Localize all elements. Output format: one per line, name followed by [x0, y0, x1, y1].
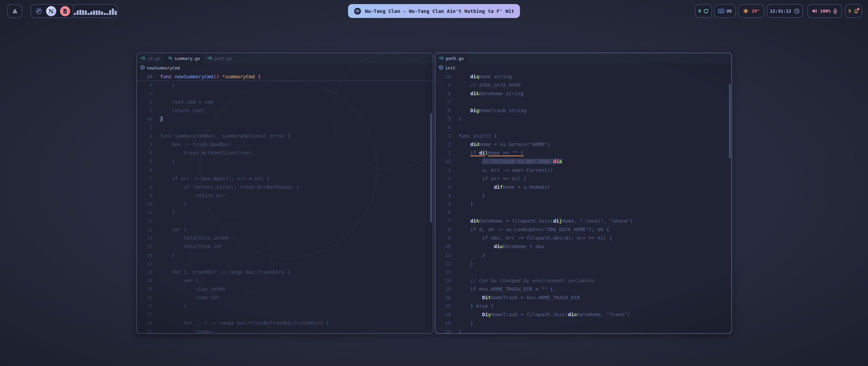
- line-number: 5: [137, 159, 153, 164]
- code-line[interactable]: 15 if env.HOME_TRASH_DIR ≠ "" {: [435, 285, 731, 293]
- code-line[interactable]: 8 if !errors.Is(err, trash.ErrNotFound) …: [137, 183, 433, 191]
- weather-widget[interactable]: 29°: [738, 4, 764, 18]
- line-number: 21: [137, 295, 153, 300]
- code-line[interactable]: 11 }: [435, 251, 731, 259]
- globe-icon: [36, 8, 42, 14]
- keyboard-layout-widget[interactable]: US: [714, 4, 736, 18]
- bell-icon: [853, 8, 859, 14]
- code-line[interactable]: 26 func newSummaryCmd() *summaryCmd {: [137, 72, 433, 81]
- code-line[interactable]: 12: [137, 217, 433, 225]
- code-line[interactable]: 10 diwDataHome = abs: [435, 242, 731, 251]
- code-line[interactable]: 5 ): [137, 157, 433, 166]
- code-line[interactable]: 14 totalSize int64: [137, 234, 433, 242]
- code-line[interactable]: 1: [137, 123, 433, 132]
- code-line[interactable]: 3 func init() {: [435, 132, 731, 140]
- editor-window-left[interactable]: rm.go summary.go path.go: [136, 53, 433, 334]
- code-line[interactable]: 13: [435, 268, 731, 276]
- line-number: 15: [137, 244, 153, 249]
- code-line[interactable]: 4 trash.WithGetSize(true),: [137, 149, 433, 157]
- code-text: difHome = u.HomeDir: [451, 184, 550, 190]
- code-line[interactable]: 11 }: [137, 208, 433, 217]
- code-line[interactable]: 16 DitHomeTrash = env.HOME_TRASH_DIR: [435, 293, 731, 302]
- code-line[interactable]: 7 if err := box.Open(); err ≠ nil {: [137, 174, 433, 183]
- code-line[interactable]: 20 }: [435, 327, 731, 334]
- code-text: }: [451, 193, 485, 198]
- code-line[interactable]: 18 DiyHomeTrash = filepath.Join(dioDataH…: [435, 310, 731, 319]
- editor-tab[interactable]: rm.go: [137, 53, 164, 63]
- code-line[interactable]: 2 root.cmd = cmd: [137, 98, 433, 106]
- code-line[interactable]: 19 var (: [137, 276, 433, 285]
- code-line[interactable]: 8 dikDataHome string: [435, 89, 731, 98]
- code-line[interactable]: 8 if d, ok := os.LookupEnv("XDG_DATA_HOM…: [435, 225, 731, 234]
- code-line[interactable]: 20 size int64: [137, 285, 433, 293]
- code-line[interactable]: 4 }: [137, 81, 433, 89]
- code-line[interactable]: 9 return err: [137, 191, 433, 200]
- editor-tab[interactable]: summary.go: [164, 53, 204, 63]
- code-line[interactable]: 46 }: [137, 115, 433, 123]
- tab-label: rm.go: [147, 56, 160, 61]
- code-line[interactable]: 2 didHome = os.Getenv("HOME"): [435, 140, 731, 149]
- updates-widget[interactable]: 9: [695, 4, 712, 18]
- code-line[interactable]: 19 }: [435, 319, 731, 327]
- now-playing-widget[interactable]: Wu-Tang Clan - Wu-Tang Clan Ain't Nuthin…: [348, 4, 520, 18]
- code-line[interactable]: 24 for _, f := range box.FilesByTrashDir…: [137, 319, 433, 327]
- code-line[interactable]: 16 ): [137, 251, 433, 259]
- code-line[interactable]: 25 item++: [137, 327, 433, 334]
- line-number: 20: [435, 329, 451, 334]
- code-line[interactable]: 22 ): [137, 302, 433, 310]
- code-line[interactable]: 15 totalItem int: [137, 242, 433, 251]
- code-line[interactable]: 6: [435, 208, 731, 217]
- code-line[interactable]: 4: [435, 123, 731, 132]
- code-area[interactable]: 10 diqHome string 9 // $XDG_DATA_HOME 8 …: [435, 72, 731, 334]
- code-line[interactable]: 10 diqHome string: [435, 72, 731, 81]
- symbol-cube-icon: [140, 65, 145, 71]
- line-number: 15: [435, 286, 451, 292]
- clock-widget[interactable]: 12:31:12: [767, 4, 803, 18]
- code-line[interactable]: 10 }: [137, 200, 433, 208]
- line-number: 5: [435, 201, 451, 207]
- line-number: 19: [137, 278, 153, 283]
- code-line[interactable]: 13 var (: [137, 225, 433, 234]
- audio-visualizer-widget[interactable]: [73, 4, 118, 18]
- code-line[interactable]: 3 box := trash.NewBox(: [137, 140, 433, 149]
- code-line[interactable]: 18 for i, trashDir := range box.TrashDir…: [137, 268, 433, 276]
- scrollbar[interactable]: [729, 84, 731, 158]
- launcher-button[interactable]: [7, 4, 22, 18]
- scrollbar[interactable]: [430, 113, 432, 223]
- editor-tab[interactable]: path.go: [435, 53, 468, 63]
- app-icons-widget[interactable]: N: [31, 4, 75, 18]
- notifications-count: 5: [848, 8, 851, 14]
- code-line[interactable]: 14 // Can be changed by environment vari…: [435, 276, 731, 285]
- code-line[interactable]: 9 if abs, err := filepath.Abs(d); err ==…: [435, 234, 731, 242]
- code-line[interactable]: 1 u, err := user.Current(): [435, 166, 731, 174]
- code-line[interactable]: 4 }: [435, 191, 731, 200]
- line-number: 6: [435, 210, 451, 215]
- notifications-widget[interactable]: 5: [845, 4, 862, 18]
- volume-widget[interactable]: 100%: [807, 4, 842, 18]
- code-line[interactable]: 12 }: [435, 259, 731, 268]
- editor-window-right[interactable]: path.go init 10 diqHome string 9 // $XDG…: [435, 53, 732, 334]
- code-line[interactable]: 6 DigHomeTrash string: [435, 106, 731, 115]
- go-file-icon: [168, 56, 173, 61]
- code-line[interactable]: 6: [137, 166, 433, 174]
- code-line[interactable]: 21 item int: [137, 293, 433, 302]
- line-number: 18: [435, 312, 451, 317]
- code-line[interactable]: 2 func summaryCmdRun(_ summaryOptions) e…: [137, 132, 433, 140]
- code-line[interactable]: 2 if err == nil {: [435, 174, 731, 183]
- code-line[interactable]: 17 } else {: [435, 302, 731, 310]
- code-line[interactable]: 5 }: [435, 200, 731, 208]
- code-line[interactable]: 23 // fallback to get home dia: [435, 157, 731, 166]
- code-line[interactable]: 5 ): [435, 115, 731, 123]
- code-area[interactable]: 26 func newSummaryCmd() *summaryCmd { 4 …: [137, 72, 433, 334]
- code-line[interactable]: 7: [435, 98, 731, 106]
- code-line[interactable]: 1 return root: [137, 106, 433, 115]
- code-line[interactable]: 7 dihDataHome = filepath.Join(dijHome, "…: [435, 217, 731, 225]
- code-line[interactable]: 17: [137, 259, 433, 268]
- code-line[interactable]: 3: [137, 89, 433, 98]
- code-line[interactable]: 9 // $XDG_DATA_HOME: [435, 81, 731, 89]
- code-line[interactable]: 23: [137, 310, 433, 319]
- editor-tab[interactable]: path.go: [204, 53, 236, 63]
- updates-count: 9: [698, 8, 701, 14]
- code-line[interactable]: 3 difHome = u.HomeDir: [435, 183, 731, 191]
- code-line[interactable]: 1 if dilHome == "" {: [435, 149, 731, 157]
